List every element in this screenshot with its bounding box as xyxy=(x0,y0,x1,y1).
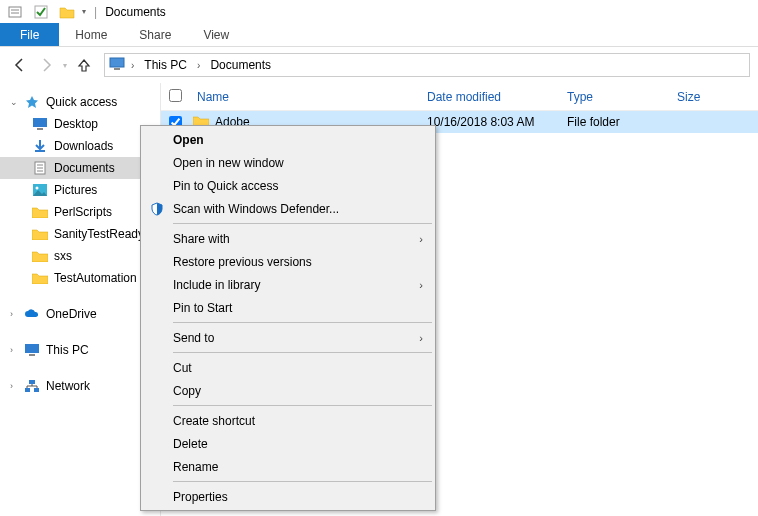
monitor-icon xyxy=(109,57,125,74)
shield-icon xyxy=(149,201,165,217)
ctx-send-to[interactable]: Send to› xyxy=(143,326,433,349)
tree-label: Quick access xyxy=(46,95,117,109)
nav-bar: ▾ › This PC › Documents xyxy=(0,47,758,83)
tree-label: Documents xyxy=(54,161,115,175)
ctx-share-with[interactable]: Share with› xyxy=(143,227,433,250)
download-icon xyxy=(32,138,48,154)
tree-quick-access[interactable]: ⌄ Quick access xyxy=(0,91,160,113)
qat-dropdown-icon[interactable]: ▾ xyxy=(82,7,86,16)
chevron-right-icon[interactable]: › xyxy=(129,60,136,71)
tree-label: Network xyxy=(46,379,90,393)
col-size[interactable]: Size xyxy=(669,90,739,104)
tree-desktop[interactable]: Desktop xyxy=(0,113,160,135)
col-date[interactable]: Date modified xyxy=(419,90,559,104)
ctx-cut[interactable]: Cut xyxy=(143,356,433,379)
tree-label: Downloads xyxy=(54,139,113,153)
svg-point-14 xyxy=(36,187,39,190)
tree-testautomation[interactable]: TestAutomation xyxy=(0,267,160,289)
ctx-separator xyxy=(173,322,432,323)
ctx-pin-start[interactable]: Pin to Start xyxy=(143,296,433,319)
ctx-separator xyxy=(173,223,432,224)
tree-downloads[interactable]: Downloads xyxy=(0,135,160,157)
tree-documents[interactable]: Documents xyxy=(0,157,160,179)
tree-network[interactable]: › Network xyxy=(0,375,160,397)
ctx-include-library[interactable]: Include in library› xyxy=(143,273,433,296)
tab-share[interactable]: Share xyxy=(123,23,187,46)
tree-perlscripts[interactable]: PerlScripts xyxy=(0,201,160,223)
tree-pictures[interactable]: Pictures xyxy=(0,179,160,201)
ctx-open-new-window[interactable]: Open in new window xyxy=(143,151,433,174)
ctx-delete[interactable]: Delete xyxy=(143,432,433,455)
window-title: Documents xyxy=(105,5,166,19)
document-icon xyxy=(32,160,48,176)
tree-label: This PC xyxy=(46,343,89,357)
forward-button[interactable] xyxy=(34,53,58,77)
title-sep: | xyxy=(94,5,97,19)
tree-thispc[interactable]: › This PC xyxy=(0,339,160,361)
ribbon-tabs: File Home Share View xyxy=(0,23,758,47)
tree-label: OneDrive xyxy=(46,307,97,321)
tree-label: PerlScripts xyxy=(54,205,112,219)
folder-icon xyxy=(32,204,48,220)
breadcrumb[interactable]: › This PC › Documents xyxy=(104,53,750,77)
col-type[interactable]: Type xyxy=(559,90,669,104)
ctx-copy[interactable]: Copy xyxy=(143,379,433,402)
ctx-pin-quick-access[interactable]: Pin to Quick access xyxy=(143,174,433,197)
collapse-icon[interactable]: ⌄ xyxy=(10,97,18,107)
back-button[interactable] xyxy=(8,53,32,77)
expand-icon[interactable]: › xyxy=(10,345,18,355)
chevron-right-icon[interactable]: › xyxy=(195,60,202,71)
tree-sxs[interactable]: sxs xyxy=(0,245,160,267)
svg-rect-16 xyxy=(29,354,35,356)
svg-rect-0 xyxy=(9,7,21,17)
tree-label: TestAutomation xyxy=(54,271,137,285)
history-dropdown-icon[interactable]: ▾ xyxy=(60,61,70,70)
expand-icon[interactable]: › xyxy=(10,309,18,319)
chevron-right-icon: › xyxy=(419,332,423,344)
svg-rect-17 xyxy=(29,380,35,384)
folder-icon xyxy=(32,226,48,242)
tab-file[interactable]: File xyxy=(0,23,59,46)
ctx-properties[interactable]: Properties xyxy=(143,485,433,508)
picture-icon xyxy=(32,182,48,198)
svg-rect-5 xyxy=(114,68,120,70)
network-icon xyxy=(24,378,40,394)
crumb-documents[interactable]: Documents xyxy=(206,58,275,72)
ctx-restore-versions[interactable]: Restore previous versions xyxy=(143,250,433,273)
ctx-create-shortcut[interactable]: Create shortcut xyxy=(143,409,433,432)
chevron-right-icon: › xyxy=(419,279,423,291)
tree-onedrive[interactable]: › OneDrive xyxy=(0,303,160,325)
nav-tree: ⌄ Quick access Desktop Downloads Documen… xyxy=(0,83,160,516)
title-bar: ▾ | Documents xyxy=(0,0,758,23)
monitor-icon xyxy=(32,116,48,132)
select-all-checkbox[interactable] xyxy=(169,89,189,105)
column-headers: Name Date modified Type Size xyxy=(161,83,758,111)
monitor-icon xyxy=(24,342,40,358)
qat-folder-icon[interactable] xyxy=(56,2,78,22)
ctx-separator xyxy=(173,405,432,406)
tree-label: SanityTestReady xyxy=(54,227,144,241)
tab-view[interactable]: View xyxy=(187,23,245,46)
ctx-rename[interactable]: Rename xyxy=(143,455,433,478)
folder-icon xyxy=(32,248,48,264)
tree-label: sxs xyxy=(54,249,72,263)
up-button[interactable] xyxy=(72,53,96,77)
star-icon xyxy=(24,94,40,110)
expand-icon[interactable]: › xyxy=(10,381,18,391)
row-type: File folder xyxy=(559,115,669,129)
svg-rect-19 xyxy=(34,388,39,392)
svg-rect-4 xyxy=(110,58,124,67)
tree-sanitytestready[interactable]: SanityTestReady xyxy=(0,223,160,245)
tree-label: Pictures xyxy=(54,183,97,197)
qat-properties-icon[interactable] xyxy=(30,2,52,22)
tab-home[interactable]: Home xyxy=(59,23,123,46)
window-icon[interactable] xyxy=(4,2,26,22)
ctx-open[interactable]: Open xyxy=(143,128,433,151)
folder-icon xyxy=(32,270,48,286)
col-name[interactable]: Name xyxy=(189,90,419,104)
tree-label: Desktop xyxy=(54,117,98,131)
ctx-scan-defender[interactable]: Scan with Windows Defender... xyxy=(143,197,433,220)
crumb-thispc[interactable]: This PC xyxy=(140,58,191,72)
ctx-separator xyxy=(173,481,432,482)
context-menu: Open Open in new window Pin to Quick acc… xyxy=(140,125,436,511)
